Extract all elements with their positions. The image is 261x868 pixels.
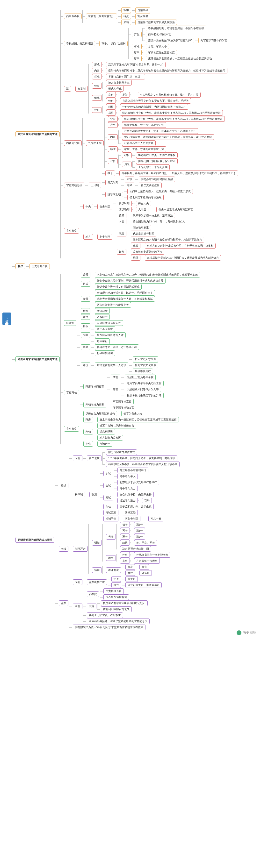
node-leaf: 东汉后期使得刺史权力范围扩大，逐渐发展成为地方割据势力 <box>145 255 221 260</box>
node-label: 科举制 <box>64 320 76 326</box>
node-label: 科举制 <box>73 492 85 497</box>
node-leaf: 京官 <box>140 564 149 570</box>
node-label: 背景 <box>108 116 118 122</box>
node-label: 特科 <box>106 98 116 103</box>
node-label: 特点 <box>121 13 131 19</box>
node-label: 标准 <box>92 74 102 80</box>
node-label: 察举制 <box>76 86 88 92</box>
node-label: 官员选拔 <box>87 456 102 461</box>
node-leaf: 御史大夫 <box>136 201 151 206</box>
node-label: 职责 <box>117 231 126 237</box>
node-label: 殿试 <box>104 495 113 500</box>
node-label: 六科 <box>87 603 96 609</box>
node-leaf: 打破特权阶层 <box>95 350 115 356</box>
node-leaf: 负责科道百官 <box>104 588 124 594</box>
node-label: 明朝 <box>92 540 102 546</box>
node-label: 京察 <box>120 558 130 564</box>
node-label: 结果 <box>120 540 130 546</box>
node-leaf: 科目有秀才、明经、进士等几十种 <box>95 344 139 350</box>
node-leaf: 废除贵族的世袭特权，一定程度上促进社会阶层的流动 <box>146 56 214 61</box>
section-title: 制作 <box>16 264 25 269</box>
section-leaf: 历史老师任俊 <box>29 264 50 269</box>
node-leaf: 贵族血缘 <box>135 7 150 13</box>
node-label: 影响 <box>132 50 142 55</box>
node-label: 局限 <box>131 255 140 260</box>
node-leaf: 八股取士 <box>95 314 110 320</box>
node-leaf: 隋炀帝设立进士科，科举制正式形成 <box>95 284 142 289</box>
node-label: 隋唐 <box>83 417 93 423</box>
node-label: 产生 <box>108 122 118 128</box>
node-label: 结果 <box>125 183 134 188</box>
node-leaf: 九品以上官员每年考核 <box>125 375 156 380</box>
node-leaf: 御督察院作为统一"科目同风之司"监察百官被朝管很有效果 <box>73 625 145 630</box>
node-leaf: 部分保留蒙古传统方式 <box>106 450 137 455</box>
logo-icon <box>237 630 241 635</box>
node-label: 特点 <box>92 83 102 89</box>
node-leaf: 地方官吏推荐乡土 <box>106 80 132 86</box>
node-label: 御史制度 <box>97 204 112 209</box>
node-label: 产生 <box>132 32 142 37</box>
node-leaf: 武则天大量增加科举取士人数，首创武举和殿试 <box>95 296 155 302</box>
node-leaf: 提高官员文化素质 <box>133 363 158 368</box>
node-leaf: 每年举行 <box>95 338 110 344</box>
node-leaf: 外地官员三年一次朝觐考察 <box>134 552 170 558</box>
node-label: 明清 <box>89 492 99 497</box>
node-label: 隋朝 <box>111 375 120 380</box>
node-label: 评价 <box>81 363 90 368</box>
node-leaf: 察举指先考察而后推举，重点考察被举者在乡里的舆论评价和为官能力，然后推荐为官或者… <box>106 68 227 73</box>
node-label: 中央 <box>111 576 121 582</box>
node-label: 地方 <box>111 582 121 588</box>
node-label: 内容 <box>108 134 118 140</box>
node-leaf: 礼部组织于乡试次年举行春举行 <box>117 479 159 485</box>
root-node: 第5课 中国古代官员的选拔与管理 <box>2 312 11 325</box>
node-label: 西周至春秋 <box>64 13 82 19</box>
node-tail: 御史中丞逐渐成为最高监察官 <box>156 207 195 212</box>
node-label: 清朝 <box>92 567 102 573</box>
node-label: 世官制（世卿世禄制） <box>86 13 117 19</box>
node-leaf: 唐太宗将全国分为十道监察区，委任检查官定期或不定期巡回监察 <box>97 417 179 423</box>
node-leaf: 在各州郡都设置大中正、中正，由本籍在中央任高官的人担任 <box>122 128 198 134</box>
node-label: 积极 <box>131 243 140 249</box>
node-leaf: 在会试后举行，由皇帝主持 <box>117 492 154 497</box>
node-leaf: 官位世袭 <box>135 13 150 19</box>
node-leaf: 监察监察制度始终续下来 <box>131 249 164 254</box>
node-label: 评价 <box>108 158 118 164</box>
node-label: 荐举、（军）功授制 <box>99 41 127 46</box>
node-label: 宋朝 <box>83 429 93 434</box>
node-leaf: 将全国划分为13个州（部），每州设刺史1人 <box>131 219 187 224</box>
node-label: 背景 <box>81 272 90 278</box>
node-leaf: 科举录取人数不多，科举出身者在官员队伍中人数比较不高 <box>106 462 179 467</box>
node-leaf: 稽有利别六部百司之失 <box>101 607 132 612</box>
node-leaf: 考课院考核地方官 <box>111 405 136 410</box>
node-leaf: 有具体标准但无固定时间如贤良方正、贤良文学、明经等 <box>120 98 191 103</box>
node-label: 考课制度 <box>106 567 121 573</box>
node-leaf: 一种比较完备的选官制度，为西汉国家选拔了大批人才 <box>120 104 188 110</box>
node-leaf: 以分科考试选拔人才 <box>95 320 123 326</box>
node-label: 大计 <box>125 570 135 576</box>
node-label: 形成 <box>81 281 90 287</box>
node-label: 制举 <box>81 332 90 338</box>
node-label: 常科 <box>106 92 116 98</box>
node-label: 考核 <box>59 546 68 552</box>
node-leaf: 大司空 <box>136 207 148 212</box>
node-leaf: 家世、道德、才能到看重家世门第 <box>122 146 166 152</box>
node-leaf: 每三年在各省省城举行 <box>117 468 148 473</box>
node-leaf: 南北朝以来寒门庶族地主势力上升，希望打破门阀士族垄断政治的局面，积极要求参政 <box>95 272 200 278</box>
node-label: 常举 <box>81 344 90 350</box>
node-label: 局限 <box>122 162 132 167</box>
node-leaf: 以御史台为最高监察机构 <box>83 411 117 416</box>
node-leaf: 御史台 <box>125 576 138 582</box>
node-label: 考满 <box>106 534 116 539</box>
node-leaf: 1313年恢复科举，但是间开考考，恢复科举制，时断时续 <box>106 456 177 461</box>
node-leaf: 军功制度化的选官制度 <box>146 50 177 55</box>
node-leaf: 阻碍门阀士族的发展，保守封闭 <box>136 158 178 164</box>
node-label: 刺史制度 <box>97 234 112 240</box>
node-leaf: 汉末政治与社会秩序大乱，豪强名士控制了地方选人权，国家用人权力受到很大侵蚀 <box>122 116 225 122</box>
node-label: 京察 <box>125 564 135 570</box>
node-label: 标准 <box>132 44 142 49</box>
node-tail: 南北中卷 <box>148 516 163 521</box>
node-label: 明朝 <box>73 603 82 609</box>
node-label: 元朝 <box>73 579 82 585</box>
node-label: 审核 <box>125 177 134 182</box>
node-label: 评价 <box>92 107 102 113</box>
